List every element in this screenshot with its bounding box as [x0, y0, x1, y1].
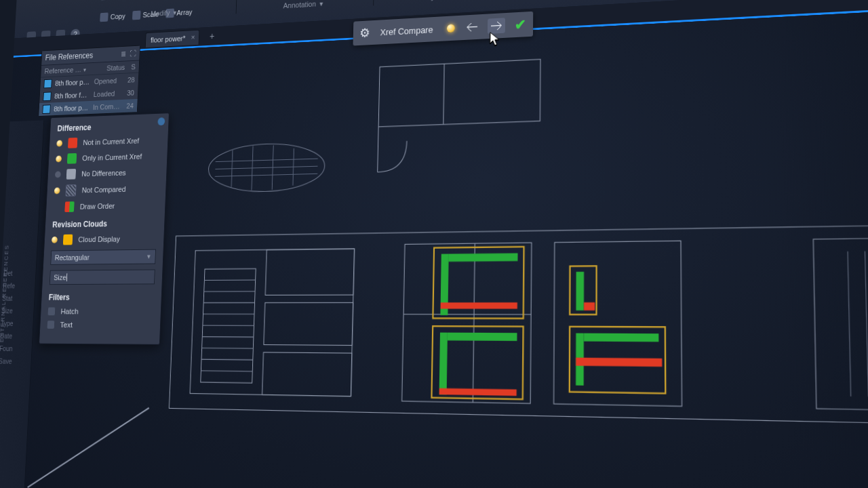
svg-line-20: [202, 348, 254, 348]
svg-rect-39: [440, 254, 448, 315]
svg-line-28: [473, 243, 475, 403]
svg-rect-47: [576, 333, 584, 386]
ribbon-panel-layers: Properties Layers▼: [373, 0, 506, 5]
svg-rect-0: [169, 225, 868, 424]
svg-rect-37: [570, 327, 666, 393]
svg-rect-12: [190, 249, 354, 396]
svg-rect-29: [554, 241, 682, 406]
svg-rect-49: [576, 358, 662, 367]
ribbon-panel-modify: Move Mirror Fillet Copy Scale Array Modi…: [94, 0, 237, 22]
new-tab-button[interactable]: +: [210, 30, 215, 41]
floor-plan: [0, 8, 868, 488]
drawing-tab-label: floor power*: [151, 35, 186, 44]
svg-rect-42: [439, 333, 448, 395]
svg-line-2: [378, 127, 378, 172]
svg-rect-41: [441, 302, 517, 308]
svg-line-5: [216, 159, 318, 161]
lightbulb-icon[interactable]: [445, 22, 457, 35]
svg-rect-36: [431, 326, 523, 399]
svg-rect-46: [584, 302, 595, 310]
svg-rect-25: [262, 352, 352, 396]
svg-rect-26: [402, 243, 532, 403]
svg-rect-1: [378, 60, 540, 127]
ribbon-panel-annotation: Text Dimension Table Annotation▼: [236, 0, 375, 14]
svg-line-7: [215, 174, 317, 176]
svg-line-32: [865, 251, 868, 397]
svg-line-3: [443, 64, 444, 124]
drawing-tab[interactable]: floor power* ×: [145, 30, 199, 47]
svg-rect-44: [439, 388, 517, 396]
drawing-canvas[interactable]: Det Refe Stat Size Type Date Foun Save E…: [0, 8, 868, 488]
svg-line-6: [215, 166, 317, 169]
svg-rect-24: [264, 302, 353, 345]
svg-line-31: [848, 251, 851, 396]
svg-rect-40: [449, 253, 518, 262]
svg-rect-35: [433, 247, 524, 319]
svg-rect-48: [584, 333, 659, 342]
svg-line-21: [201, 359, 253, 360]
svg-rect-23: [265, 249, 354, 295]
svg-rect-38: [570, 266, 596, 314]
svg-rect-45: [576, 272, 584, 310]
tab-close-icon[interactable]: ×: [191, 33, 195, 41]
svg-line-22: [201, 371, 252, 371]
gear-icon[interactable]: [359, 26, 371, 39]
svg-rect-43: [448, 333, 517, 341]
svg-rect-30: [813, 238, 868, 411]
